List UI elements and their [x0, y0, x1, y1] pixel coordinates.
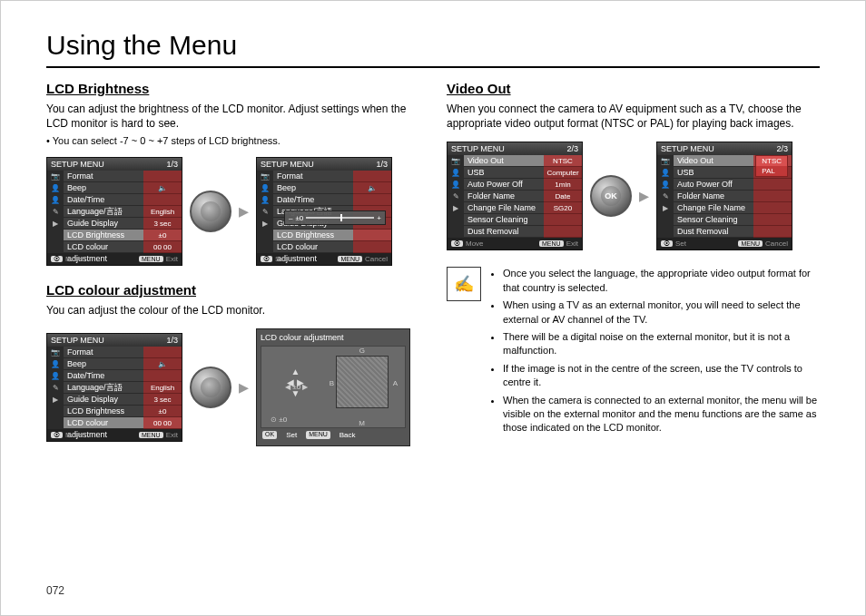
menu-row-label: Format — [273, 171, 353, 182]
dropdown-option-pal[interactable]: PAL — [756, 166, 787, 176]
menu-row[interactable]: LCD Brightness±0 — [64, 230, 182, 241]
left-column: LCD Brightness You can adjust the bright… — [46, 81, 419, 463]
menu-row-label: Sensor Cleaning — [674, 214, 753, 226]
menu-row-label: Video Out — [674, 155, 753, 167]
menu-row[interactable]: LCD Brightness±0 — [64, 406, 182, 417]
menu-row[interactable]: Date/Time — [273, 194, 391, 206]
menu-row[interactable]: Auto Power Off1min — [464, 179, 582, 191]
menu-row-label: LCD colour adjustment — [273, 241, 353, 253]
memo-icon: ✍ — [447, 267, 481, 301]
right-column: Video Out When you connect the camera to… — [447, 81, 820, 463]
menu-row[interactable]: LCD colour adjustment — [273, 241, 391, 253]
menu-rows: FormatBeep🔈Date/TimeLanguage/言語EnglishGu… — [64, 171, 182, 253]
brightness-slider[interactable]: – ±0 + — [284, 210, 386, 225]
menu-row[interactable]: USBComputer — [464, 167, 582, 179]
video-out-dropdown[interactable]: NTSC PAL — [755, 155, 788, 177]
colour-grid[interactable] — [336, 356, 389, 408]
menu-row[interactable]: Format — [64, 171, 182, 182]
menu-row-label: Date/Time — [273, 194, 353, 206]
menu-page: 1/3 — [166, 160, 178, 169]
menu-row-value: 00 00 — [143, 241, 182, 253]
foot-move: Move — [65, 255, 84, 263]
menu-row[interactable]: Dust Removal — [464, 226, 582, 238]
colour-adjust-panel: LCD colour adjustment ▲◀ ▶▼ G B A M ◀ ±0… — [256, 328, 410, 446]
menu-row-label: Format — [64, 347, 143, 358]
menu-row-label: Change File Name — [674, 202, 753, 214]
menu-row-label: Folder Name — [464, 191, 544, 202]
dropdown-option-ntsc[interactable]: NTSC — [756, 156, 787, 166]
menu-row-value — [544, 226, 582, 238]
menu-row-value: Date — [544, 191, 582, 202]
menu-row-value: Computer — [544, 167, 582, 179]
menu-row-label: Sensor Cleaning — [464, 214, 544, 226]
menu-row-value — [143, 194, 182, 206]
menu-row-value — [753, 191, 792, 202]
menu-row[interactable]: Folder NameDate — [464, 191, 582, 202]
lcd-colour-desc: You can adjust the colour of the LCD mon… — [46, 303, 419, 318]
menu-row-label: Beep — [273, 182, 353, 194]
menu-row-label: LCD Brightness — [64, 230, 143, 241]
menu-row-value: 🔈 — [143, 182, 182, 194]
menu-row[interactable]: LCD colour adjustment00 00 — [64, 241, 182, 253]
menu-row-label: LCD Brightness — [273, 230, 353, 241]
menu-row-value: ±0 — [143, 406, 182, 417]
menu-row[interactable]: Beep🔈 — [64, 182, 182, 194]
menu-row[interactable]: Format — [64, 347, 182, 358]
arrow-right-icon: ▸ — [239, 376, 249, 399]
menu-row[interactable]: Change File Name — [674, 202, 792, 214]
menu-row-label: Guide Display — [64, 218, 143, 230]
manual-page: Using the Menu LCD Brightness You can ad… — [0, 0, 866, 616]
menu-row-label: Folder Name — [674, 191, 753, 202]
menu-row-label: Dust Removal — [674, 226, 753, 238]
slider-track[interactable] — [306, 217, 374, 219]
menu-row-value — [753, 214, 792, 226]
menu-row-label: Auto Power Off — [464, 179, 544, 191]
menu-row[interactable]: Sensor Cleaning — [464, 214, 582, 226]
menu-row-value: 1min — [544, 179, 582, 191]
menu-row[interactable]: LCD Brightness — [273, 230, 391, 241]
menu-row-value: 00 00 — [143, 417, 182, 429]
menu-row-value: 🔈 — [143, 358, 182, 370]
menu-row[interactable]: Guide Display3 sec — [64, 394, 182, 406]
menu-row[interactable]: Beep🔈 — [273, 182, 391, 194]
menu-row-label: Change File Name — [464, 202, 544, 214]
menu-row[interactable]: Language/言語English — [64, 206, 182, 218]
menu-row-value — [353, 241, 391, 253]
menu-row[interactable]: Date/Time — [64, 194, 182, 206]
menu-row[interactable]: Date/Time — [64, 370, 182, 382]
menu-row-value: SG20 — [544, 202, 582, 214]
menu-row[interactable]: Dust Removal — [674, 226, 792, 238]
menu-row-label: Date/Time — [64, 194, 143, 206]
menu-row[interactable]: Auto Power Off — [674, 179, 792, 191]
menu-row-label: Beep — [64, 182, 143, 194]
menu-row-label: Language/言語 — [64, 382, 143, 394]
menu-row[interactable]: Language/言語English — [64, 382, 182, 394]
menu-row[interactable]: Format — [273, 171, 391, 182]
page-number: 072 — [46, 584, 64, 597]
video-out-heading: Video Out — [447, 81, 820, 96]
menu-row-value — [353, 230, 391, 241]
lcd-brightness-note: • You can select -7 ~ 0 ~ +7 steps of LC… — [46, 134, 419, 148]
menu-row[interactable]: Sensor Cleaning — [674, 214, 792, 226]
menu-tab-icons: 📷👤👤✎▶ — [47, 171, 64, 253]
menu-row-label: Language/言語 — [64, 206, 143, 218]
arrow-right-icon: ▸ — [639, 184, 649, 208]
control-dial-icon — [190, 191, 231, 232]
menu-row[interactable]: Folder Name — [674, 191, 792, 202]
menu-row-value: English — [143, 382, 182, 394]
menu-title: SETUP MENU — [51, 160, 104, 169]
menu-row[interactable]: Guide Display3 sec — [64, 218, 182, 230]
menu-row-value — [143, 347, 182, 358]
menu-row-value: English — [143, 206, 182, 218]
ok-dial-icon — [590, 175, 632, 217]
menu-row-value — [143, 171, 182, 182]
menu-row-label: LCD colour adjustment — [64, 241, 143, 253]
menu-row[interactable]: Change File NameSG20 — [464, 202, 582, 214]
menu-row-value — [544, 214, 582, 226]
menu-row[interactable]: LCD colour adjustment00 00 — [64, 417, 182, 429]
arrow-right-icon: ▸ — [239, 200, 249, 223]
note-item: If the image is not in the centre of the… — [503, 362, 820, 390]
menu-row[interactable]: Video OutNTSC — [464, 155, 582, 167]
menu-row[interactable]: Beep🔈 — [64, 358, 182, 370]
note-item: When using a TV as an external monitor, … — [503, 298, 820, 327]
